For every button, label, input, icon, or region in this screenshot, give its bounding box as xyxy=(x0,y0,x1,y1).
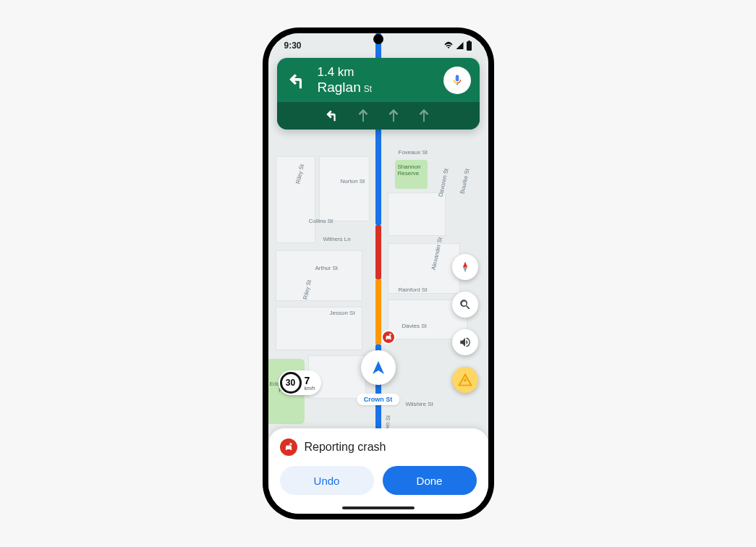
current-speed-value: 7 xyxy=(305,376,315,386)
nav-distance: 1.4 km xyxy=(318,65,373,80)
map-crash-pin[interactable] xyxy=(381,330,396,344)
screen: 9:30 Foveaux St Riley St Norton S xyxy=(268,33,488,514)
crash-icon xyxy=(384,333,393,342)
nav-road-name: Raglan xyxy=(318,80,361,96)
speed-indicator: 30 7 km/h xyxy=(279,370,321,395)
lane-straight-icon xyxy=(355,106,371,124)
route-segment xyxy=(375,225,381,279)
map-block xyxy=(276,250,362,301)
navigation-arrow-icon xyxy=(370,359,387,376)
route-segment xyxy=(375,279,381,344)
street-label: Foveaux St xyxy=(399,149,428,156)
map-fab-stack: + xyxy=(452,254,478,393)
crash-icon-badge xyxy=(280,438,297,456)
nav-road-suffix: St xyxy=(364,85,372,95)
done-label: Done xyxy=(417,475,443,487)
current-road-label: Crown St xyxy=(364,396,393,403)
compass-button[interactable] xyxy=(452,254,478,280)
current-road-chip: Crown St xyxy=(357,394,400,405)
speed-unit: km/h xyxy=(305,386,315,391)
voice-search-button[interactable] xyxy=(443,67,471,94)
current-position-marker xyxy=(361,350,396,385)
navigation-text: 1.4 km Raglan St xyxy=(318,65,373,95)
report-hazard-button[interactable]: + xyxy=(452,367,478,393)
lane-guidance xyxy=(277,102,480,130)
speaker-icon xyxy=(459,336,472,349)
street-label: Collins St xyxy=(309,218,334,224)
map-block xyxy=(276,156,315,243)
microphone-icon xyxy=(451,74,464,87)
search-icon xyxy=(459,298,472,311)
street-label: Davies St xyxy=(402,323,427,329)
hazard-icon: + xyxy=(458,373,472,387)
status-icons xyxy=(443,41,472,51)
street-label: Wilshire St xyxy=(406,401,433,407)
search-button[interactable] xyxy=(452,292,478,318)
current-speed: 7 km/h xyxy=(305,376,315,391)
street-label: Withers Ln xyxy=(323,236,351,242)
map-block xyxy=(319,156,370,221)
phone-frame: 9:30 Foveaux St Riley St Norton S xyxy=(263,27,494,520)
audio-button[interactable] xyxy=(452,329,478,355)
signal-icon xyxy=(455,41,464,50)
compass-icon xyxy=(459,260,472,274)
turn-left-icon xyxy=(287,69,309,91)
report-sheet: Reporting crash Undo Done xyxy=(268,428,488,514)
front-camera xyxy=(373,34,383,44)
battery-icon xyxy=(466,41,472,51)
speed-limit-sign: 30 xyxy=(280,372,302,394)
lane-straight-icon xyxy=(386,106,402,124)
street-label: Rainford St xyxy=(399,287,428,293)
street-label: Jesson St xyxy=(330,310,355,316)
street-label: Bourke St xyxy=(459,168,470,194)
undo-label: Undo xyxy=(314,475,340,487)
street-label: Norton St xyxy=(341,178,365,185)
street-label: Arthur St xyxy=(315,265,339,271)
street-label: Davoren St xyxy=(437,168,449,198)
lane-straight-icon xyxy=(416,106,432,124)
lane-turn-left-icon xyxy=(325,106,341,124)
park-label: Shannon Reserve xyxy=(398,164,427,177)
speed-limit-value: 30 xyxy=(286,378,295,388)
undo-button[interactable]: Undo xyxy=(280,466,374,495)
home-indicator xyxy=(342,506,415,509)
status-time: 9:30 xyxy=(284,41,302,51)
crash-icon xyxy=(284,442,294,452)
wifi-icon xyxy=(443,41,454,50)
map-block xyxy=(388,192,446,236)
svg-text:+: + xyxy=(463,376,467,384)
navigation-card: 1.4 km Raglan St xyxy=(277,58,480,130)
done-button[interactable]: Done xyxy=(383,466,477,495)
sheet-title: Reporting crash xyxy=(305,441,386,454)
